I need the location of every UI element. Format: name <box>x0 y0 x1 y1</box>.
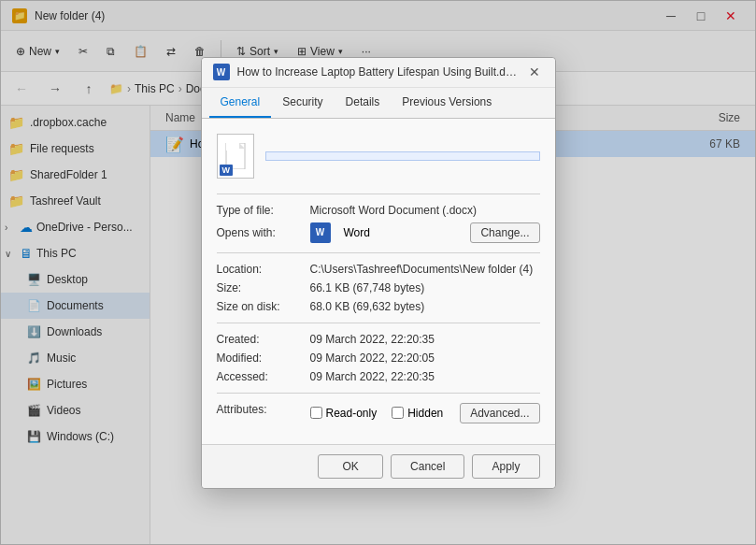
prop-row-created: Created: 09 March 2022, 22:20:35 <box>217 333 540 346</box>
divider-1 <box>217 194 540 194</box>
prop-row-accessed: Accessed: 09 March 2022, 22:20:35 <box>217 370 540 383</box>
prop-label-modified: Modified: <box>217 351 310 365</box>
svg-rect-1 <box>226 143 239 151</box>
preview-icon: W <box>217 134 254 179</box>
tab-previous-versions[interactable]: Previous Versions <box>391 88 503 118</box>
attributes-checkboxes: Read-only Hidden <box>310 407 461 420</box>
prop-label-location: Location: <box>217 263 310 276</box>
tab-details[interactable]: Details <box>335 88 392 118</box>
file-preview: W <box>217 134 540 179</box>
tab-security[interactable]: Security <box>271 88 334 118</box>
dialog-title-text: How to Increase Laptop Battery Lifespan … <box>237 65 521 79</box>
prop-value-accessed: 09 March 2022, 22:20:35 <box>310 370 540 383</box>
word-badge: W <box>220 165 234 176</box>
dialog-title-bar: W How to Increase Laptop Battery Lifespa… <box>202 58 555 88</box>
prop-row-type: Type of file: Microsoft Word Document (.… <box>217 204 540 217</box>
prop-row-opens: Opens with: W Word Change... <box>217 222 540 243</box>
readonly-checkbox-label[interactable]: Read-only <box>310 407 378 420</box>
prop-label-attributes: Attributes: <box>217 403 310 416</box>
prop-row-attributes: Attributes: Read-only Hidden Advanced... <box>217 403 540 423</box>
preview-filename <box>265 151 540 161</box>
prop-value-location: C:\Users\Tashreef\Documents\New folder (… <box>310 263 540 276</box>
prop-row-size: Size: 66.1 KB (67,748 bytes) <box>217 281 540 294</box>
dialog-footer: OK Cancel Apply <box>202 444 555 488</box>
prop-label-accessed: Accessed: <box>217 370 310 383</box>
prop-row-modified: Modified: 09 March 2022, 22:20:05 <box>217 351 540 365</box>
dialog-close-button[interactable]: ✕ <box>521 59 548 85</box>
prop-value-modified: 09 March 2022, 22:20:05 <box>310 351 540 365</box>
prop-label-sizeondisk: Size on disk: <box>217 300 310 313</box>
dialog-tabs: General Security Details Previous Versio… <box>202 88 555 119</box>
prop-value-size: 66.1 KB (67,748 bytes) <box>310 281 540 294</box>
change-button[interactable]: Change... <box>470 222 539 243</box>
prop-value-type: Microsoft Word Document (.docx) <box>310 204 540 217</box>
readonly-label: Read-only <box>326 407 378 420</box>
opens-app-name: Word <box>344 226 370 239</box>
divider-4 <box>217 393 540 394</box>
apply-button[interactable]: Apply <box>472 454 539 479</box>
prop-label-type: Type of file: <box>217 204 310 217</box>
hidden-checkbox[interactable] <box>392 407 404 419</box>
prop-label-created: Created: <box>217 333 310 346</box>
prop-row-location: Location: C:\Users\Tashreef\Documents\Ne… <box>217 263 540 276</box>
hidden-checkbox-label[interactable]: Hidden <box>392 407 443 420</box>
ok-button[interactable]: OK <box>318 454 383 479</box>
advanced-button[interactable]: Advanced... <box>460 403 539 423</box>
prop-value-sizeondisk: 68.0 KB (69,632 bytes) <box>310 300 540 313</box>
word-app-icon: W <box>310 222 331 243</box>
tab-general[interactable]: General <box>209 88 272 118</box>
readonly-checkbox[interactable] <box>310 407 322 419</box>
cancel-button[interactable]: Cancel <box>391 454 464 479</box>
dialog-body: W Type of file: Microsoft Word Document … <box>202 119 555 444</box>
divider-3 <box>217 323 540 323</box>
prop-value-created: 09 March 2022, 22:20:35 <box>310 333 540 346</box>
dialog-overlay: W How to Increase Laptop Battery Lifespa… <box>0 0 756 545</box>
hidden-label: Hidden <box>407 407 443 420</box>
dialog-word-icon: W <box>213 64 230 80</box>
prop-row-sizeondisk: Size on disk: 68.0 KB (69,632 bytes) <box>217 300 540 313</box>
prop-label-opens: Opens with: <box>217 226 310 239</box>
properties-dialog: W How to Increase Laptop Battery Lifespa… <box>201 57 556 489</box>
divider-2 <box>217 252 540 253</box>
prop-label-size: Size: <box>217 281 310 294</box>
